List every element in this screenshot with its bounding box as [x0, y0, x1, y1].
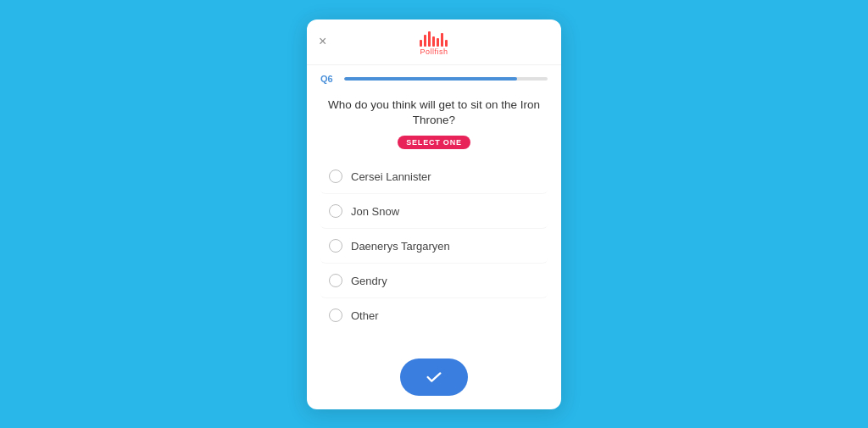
progress-bar-fill [344, 77, 517, 81]
radio-gendry[interactable] [329, 274, 342, 287]
logo-bar-1 [420, 40, 422, 47]
select-one-label: SELECT ONE [398, 136, 470, 149]
question-text: Who do you think will get to sit on the … [320, 97, 548, 130]
option-label-3: Daenerys Targaryen [351, 240, 450, 253]
option-label-4: Gendry [351, 275, 387, 287]
modal-body: Q6 Who do you think will get to sit on t… [307, 65, 561, 345]
option-label-5: Other [351, 309, 379, 322]
option-item-1[interactable]: Cersei Lannister [320, 159, 548, 194]
logo-text: Pollfish [420, 47, 448, 56]
radio-daenerys[interactable] [329, 239, 342, 253]
select-one-badge: SELECT ONE [320, 136, 548, 149]
progress-section: Q6 [320, 65, 548, 89]
logo-bar-3 [428, 31, 431, 47]
logo-bar-2 [424, 35, 426, 47]
logo-bar-5 [437, 38, 439, 47]
radio-other[interactable] [329, 308, 342, 322]
modal-footer [307, 345, 561, 409]
logo: Pollfish [420, 31, 448, 56]
question-label: Q6 [320, 74, 337, 84]
logo-bar-6 [441, 33, 443, 47]
options-list: Cersei Lannister Jon Snow Daenerys Targa… [320, 159, 548, 332]
option-label-1: Cersei Lannister [351, 170, 431, 183]
confirm-button[interactable] [400, 359, 468, 396]
modal-header: × Pollfish [307, 19, 561, 65]
option-item-5[interactable]: Other [320, 298, 548, 332]
survey-modal: × Pollfish Q6 Who do you think will get … [307, 19, 561, 409]
option-label-2: Jon Snow [351, 205, 399, 218]
close-button[interactable]: × [319, 35, 326, 48]
option-item-3[interactable]: Daenerys Targaryen [320, 229, 548, 264]
logo-bars [420, 31, 448, 47]
checkmark-icon [425, 368, 443, 386]
progress-bar-bg [344, 77, 548, 81]
logo-bar-4 [432, 36, 435, 47]
option-item-2[interactable]: Jon Snow [320, 194, 548, 229]
radio-cersei[interactable] [329, 170, 342, 183]
radio-jon[interactable] [329, 204, 342, 218]
option-item-4[interactable]: Gendry [320, 264, 548, 298]
logo-bar-7 [445, 40, 448, 47]
